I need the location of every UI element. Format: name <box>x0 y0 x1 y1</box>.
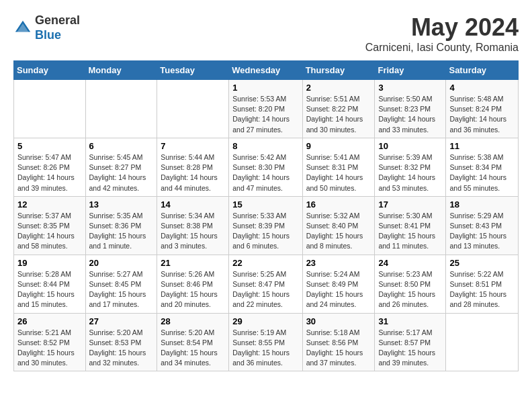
day-info: Sunrise: 5:17 AM Sunset: 8:57 PM Dayligh… <box>378 328 442 369</box>
calendar-cell: 24Sunrise: 5:23 AM Sunset: 8:50 PM Dayli… <box>375 255 446 313</box>
day-number: 22 <box>232 258 298 268</box>
calendar-cell: 2Sunrise: 5:51 AM Sunset: 8:22 PM Daylig… <box>302 80 375 138</box>
day-number: 30 <box>306 316 371 326</box>
day-info: Sunrise: 5:26 AM Sunset: 8:46 PM Dayligh… <box>161 269 225 310</box>
weekday-header-saturday: Saturday <box>446 61 519 80</box>
day-number: 4 <box>449 83 515 93</box>
day-info: Sunrise: 5:35 AM Sunset: 8:36 PM Dayligh… <box>89 211 154 252</box>
day-info: Sunrise: 5:34 AM Sunset: 8:38 PM Dayligh… <box>161 211 225 252</box>
calendar-cell: 20Sunrise: 5:27 AM Sunset: 8:45 PM Dayli… <box>85 255 157 313</box>
weekday-header-wednesday: Wednesday <box>229 61 302 80</box>
page-header: General Blue May 2024 Carniceni, Iasi Co… <box>13 13 519 54</box>
day-number: 25 <box>449 258 515 268</box>
day-info: Sunrise: 5:47 AM Sunset: 8:26 PM Dayligh… <box>17 152 82 193</box>
day-info: Sunrise: 5:22 AM Sunset: 8:51 PM Dayligh… <box>449 269 515 310</box>
day-number: 28 <box>161 316 225 326</box>
calendar-week-row: 26Sunrise: 5:21 AM Sunset: 8:52 PM Dayli… <box>14 313 519 371</box>
calendar-week-row: 5Sunrise: 5:47 AM Sunset: 8:26 PM Daylig… <box>14 138 519 196</box>
day-info: Sunrise: 5:51 AM Sunset: 8:22 PM Dayligh… <box>306 94 371 135</box>
calendar-cell: 13Sunrise: 5:35 AM Sunset: 8:36 PM Dayli… <box>85 196 157 255</box>
day-info: Sunrise: 5:50 AM Sunset: 8:23 PM Dayligh… <box>378 94 442 135</box>
day-info: Sunrise: 5:41 AM Sunset: 8:31 PM Dayligh… <box>306 152 371 193</box>
day-info: Sunrise: 5:48 AM Sunset: 8:24 PM Dayligh… <box>449 94 515 135</box>
day-info: Sunrise: 5:20 AM Sunset: 8:53 PM Dayligh… <box>89 328 154 369</box>
day-info: Sunrise: 5:28 AM Sunset: 8:44 PM Dayligh… <box>17 269 82 310</box>
weekday-header-tuesday: Tuesday <box>157 61 229 80</box>
day-info: Sunrise: 5:18 AM Sunset: 8:56 PM Dayligh… <box>306 328 371 369</box>
calendar-week-row: 12Sunrise: 5:37 AM Sunset: 8:35 PM Dayli… <box>14 196 519 255</box>
day-number: 10 <box>378 141 442 151</box>
calendar-cell: 4Sunrise: 5:48 AM Sunset: 8:24 PM Daylig… <box>446 80 519 138</box>
calendar-cell: 1Sunrise: 5:53 AM Sunset: 8:20 PM Daylig… <box>229 80 302 138</box>
day-number: 19 <box>17 258 82 268</box>
calendar-cell: 6Sunrise: 5:45 AM Sunset: 8:27 PM Daylig… <box>85 138 157 196</box>
day-info: Sunrise: 5:21 AM Sunset: 8:52 PM Dayligh… <box>17 328 82 369</box>
calendar-cell: 30Sunrise: 5:18 AM Sunset: 8:56 PM Dayli… <box>302 313 375 371</box>
day-info: Sunrise: 5:29 AM Sunset: 8:43 PM Dayligh… <box>449 211 515 252</box>
calendar-cell: 29Sunrise: 5:19 AM Sunset: 8:55 PM Dayli… <box>229 313 302 371</box>
calendar-cell: 22Sunrise: 5:25 AM Sunset: 8:47 PM Dayli… <box>229 255 302 313</box>
day-number: 26 <box>17 316 82 326</box>
day-info: Sunrise: 5:32 AM Sunset: 8:40 PM Dayligh… <box>306 211 371 252</box>
day-info: Sunrise: 5:24 AM Sunset: 8:49 PM Dayligh… <box>306 269 371 310</box>
day-info: Sunrise: 5:27 AM Sunset: 8:45 PM Dayligh… <box>89 269 154 310</box>
day-info: Sunrise: 5:39 AM Sunset: 8:32 PM Dayligh… <box>378 152 442 193</box>
calendar-table: SundayMondayTuesdayWednesdayThursdayFrid… <box>13 60 519 371</box>
calendar-cell: 26Sunrise: 5:21 AM Sunset: 8:52 PM Dayli… <box>14 313 86 371</box>
weekday-header-row: SundayMondayTuesdayWednesdayThursdayFrid… <box>14 61 519 80</box>
calendar-cell: 5Sunrise: 5:47 AM Sunset: 8:26 PM Daylig… <box>14 138 86 196</box>
day-info: Sunrise: 5:38 AM Sunset: 8:34 PM Dayligh… <box>449 152 515 193</box>
day-number: 20 <box>89 258 154 268</box>
logo-icon <box>13 19 32 38</box>
calendar-cell: 8Sunrise: 5:42 AM Sunset: 8:30 PM Daylig… <box>229 138 302 196</box>
day-info: Sunrise: 5:19 AM Sunset: 8:55 PM Dayligh… <box>232 328 298 369</box>
calendar-cell <box>157 80 229 138</box>
calendar-cell: 9Sunrise: 5:41 AM Sunset: 8:31 PM Daylig… <box>302 138 375 196</box>
calendar-cell: 3Sunrise: 5:50 AM Sunset: 8:23 PM Daylig… <box>375 80 446 138</box>
title-block: May 2024 Carniceni, Iasi County, Romania <box>365 13 519 54</box>
day-number: 14 <box>161 199 225 210</box>
day-number: 24 <box>378 258 442 268</box>
day-number: 15 <box>232 199 298 210</box>
day-number: 9 <box>306 141 371 151</box>
day-info: Sunrise: 5:20 AM Sunset: 8:54 PM Dayligh… <box>161 328 225 369</box>
calendar-cell: 23Sunrise: 5:24 AM Sunset: 8:49 PM Dayli… <box>302 255 375 313</box>
day-info: Sunrise: 5:25 AM Sunset: 8:47 PM Dayligh… <box>232 269 298 310</box>
day-number: 23 <box>306 258 371 268</box>
day-info: Sunrise: 5:33 AM Sunset: 8:39 PM Dayligh… <box>232 211 298 252</box>
day-number: 31 <box>378 316 442 326</box>
calendar-week-row: 19Sunrise: 5:28 AM Sunset: 8:44 PM Dayli… <box>14 255 519 313</box>
day-info: Sunrise: 5:42 AM Sunset: 8:30 PM Dayligh… <box>232 152 298 193</box>
month-title: May 2024 <box>365 13 519 42</box>
day-info: Sunrise: 5:44 AM Sunset: 8:28 PM Dayligh… <box>161 152 225 193</box>
weekday-header-sunday: Sunday <box>14 61 86 80</box>
day-info: Sunrise: 5:37 AM Sunset: 8:35 PM Dayligh… <box>17 211 82 252</box>
day-number: 16 <box>306 199 371 210</box>
logo-general-text: General <box>35 13 80 28</box>
calendar-cell: 17Sunrise: 5:30 AM Sunset: 8:41 PM Dayli… <box>375 196 446 255</box>
calendar-cell: 18Sunrise: 5:29 AM Sunset: 8:43 PM Dayli… <box>446 196 519 255</box>
calendar-cell: 15Sunrise: 5:33 AM Sunset: 8:39 PM Dayli… <box>229 196 302 255</box>
calendar-cell <box>446 313 519 371</box>
calendar-cell: 7Sunrise: 5:44 AM Sunset: 8:28 PM Daylig… <box>157 138 229 196</box>
calendar-cell: 12Sunrise: 5:37 AM Sunset: 8:35 PM Dayli… <box>14 196 86 255</box>
day-info: Sunrise: 5:23 AM Sunset: 8:50 PM Dayligh… <box>378 269 442 310</box>
day-number: 29 <box>232 316 298 326</box>
calendar-cell: 21Sunrise: 5:26 AM Sunset: 8:46 PM Dayli… <box>157 255 229 313</box>
day-number: 21 <box>161 258 225 268</box>
calendar-week-row: 1Sunrise: 5:53 AM Sunset: 8:20 PM Daylig… <box>14 80 519 138</box>
day-number: 6 <box>89 141 154 151</box>
day-number: 8 <box>232 141 298 151</box>
calendar-cell: 28Sunrise: 5:20 AM Sunset: 8:54 PM Dayli… <box>157 313 229 371</box>
location-subtitle: Carniceni, Iasi County, Romania <box>365 42 519 54</box>
calendar-cell: 10Sunrise: 5:39 AM Sunset: 8:32 PM Dayli… <box>375 138 446 196</box>
weekday-header-friday: Friday <box>375 61 446 80</box>
day-number: 2 <box>306 83 371 93</box>
day-number: 1 <box>232 83 298 93</box>
logo: General Blue <box>13 13 80 42</box>
calendar-cell: 16Sunrise: 5:32 AM Sunset: 8:40 PM Dayli… <box>302 196 375 255</box>
day-number: 27 <box>89 316 154 326</box>
day-info: Sunrise: 5:53 AM Sunset: 8:20 PM Dayligh… <box>232 94 298 135</box>
weekday-header-thursday: Thursday <box>302 61 375 80</box>
logo-blue-text: Blue <box>35 28 80 43</box>
